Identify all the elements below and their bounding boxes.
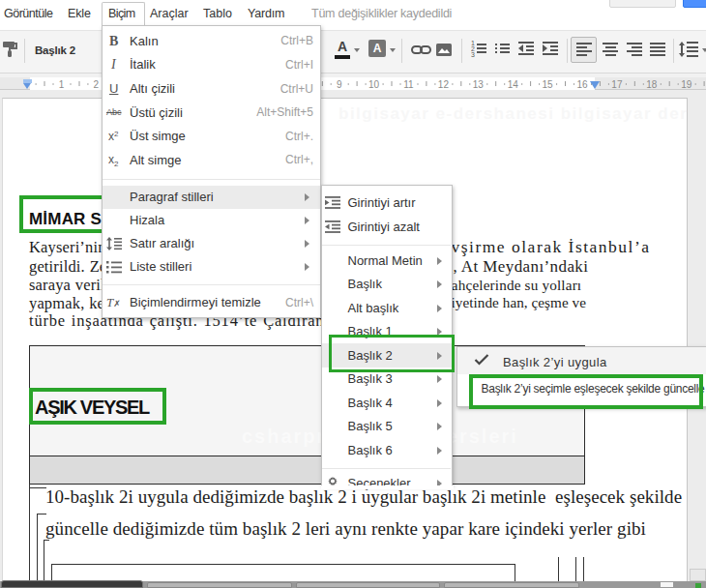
svg-text:11: 11 [403, 79, 414, 90]
svg-text:17: 17 [611, 79, 623, 90]
svg-text:1: 1 [59, 79, 65, 90]
svg-text:15: 15 [543, 79, 554, 90]
svg-text:12: 12 [438, 79, 450, 90]
svg-text:16: 16 [576, 79, 588, 90]
svg-text:10: 10 [368, 79, 380, 90]
svg-text:9: 9 [337, 79, 342, 90]
svg-text:19: 19 [681, 79, 692, 90]
svg-text:2: 2 [94, 79, 100, 90]
svg-text:18: 18 [646, 79, 658, 90]
svg-text:14: 14 [508, 79, 519, 90]
svg-text:13: 13 [473, 79, 485, 90]
